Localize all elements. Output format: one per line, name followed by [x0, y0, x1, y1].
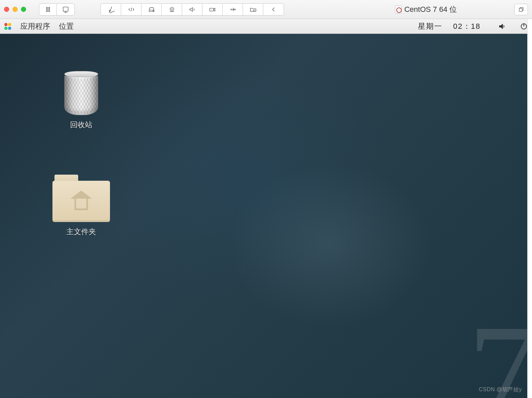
panel-day[interactable]: 星期一: [418, 21, 442, 31]
trash-icon: [61, 71, 102, 115]
shared-folder-button[interactable]: [243, 4, 263, 15]
cd-button[interactable]: [162, 4, 182, 15]
volume-icon[interactable]: [498, 22, 506, 30]
snapshot-button[interactable]: [57, 4, 74, 15]
gnome-panel: 应用程序 位置 星期一 02：18: [0, 19, 532, 34]
pause-button[interactable]: [39, 4, 57, 15]
harddisk-button[interactable]: [141, 4, 162, 15]
minimize-window-icon[interactable]: [13, 7, 18, 12]
panel-time[interactable]: 02：18: [453, 21, 481, 31]
home-label: 主文件夹: [66, 227, 96, 237]
svg-point-5: [153, 10, 153, 11]
desktop[interactable]: 回收站 主文件夹 7 CSDN @胡芦娃y: [0, 34, 532, 398]
svg-rect-10: [519, 8, 522, 11]
vm-title: CentOS 7 64 位: [395, 4, 457, 15]
settings-button[interactable]: [101, 4, 121, 15]
host-toolbar: CentOS 7 64 位: [0, 0, 532, 19]
desktop-icon-home[interactable]: 主文件夹: [51, 175, 112, 237]
svg-rect-1: [48, 7, 49, 12]
window-controls: [4, 7, 26, 12]
svg-rect-8: [209, 8, 213, 11]
power-icon[interactable]: [520, 22, 528, 30]
centos-7-watermark: 7: [468, 303, 532, 398]
csdn-watermark: CSDN @胡芦娃y: [479, 386, 522, 393]
desktop-icon-trash[interactable]: 回收站: [51, 71, 112, 130]
activities-icon[interactable]: [4, 23, 12, 30]
restore-window-button[interactable]: [514, 4, 528, 15]
camera-button[interactable]: [202, 4, 223, 15]
back-button[interactable]: [263, 4, 284, 15]
svg-rect-2: [63, 7, 68, 11]
network-button[interactable]: [121, 4, 141, 15]
vm-title-text: CentOS 7 64 位: [404, 4, 457, 15]
svg-point-3: [109, 10, 110, 11]
sound-button[interactable]: [182, 4, 202, 15]
svg-point-7: [171, 8, 172, 9]
right-margin: [527, 19, 532, 398]
usb-button[interactable]: [223, 4, 243, 15]
vm-display: 应用程序 位置 星期一 02：18 回收站 主文件夹: [0, 19, 532, 398]
device-group: [101, 3, 284, 16]
close-window-icon[interactable]: [4, 7, 9, 12]
vm-control-group: [39, 3, 75, 16]
home-folder-icon: [52, 175, 110, 222]
svg-point-9: [235, 9, 236, 10]
svg-rect-0: [46, 7, 47, 12]
trash-label: 回收站: [70, 120, 92, 130]
menu-places[interactable]: 位置: [59, 21, 74, 31]
menu-applications[interactable]: 应用程序: [20, 21, 50, 31]
vm-file-icon: [395, 5, 402, 14]
zoom-window-icon[interactable]: [21, 7, 26, 12]
